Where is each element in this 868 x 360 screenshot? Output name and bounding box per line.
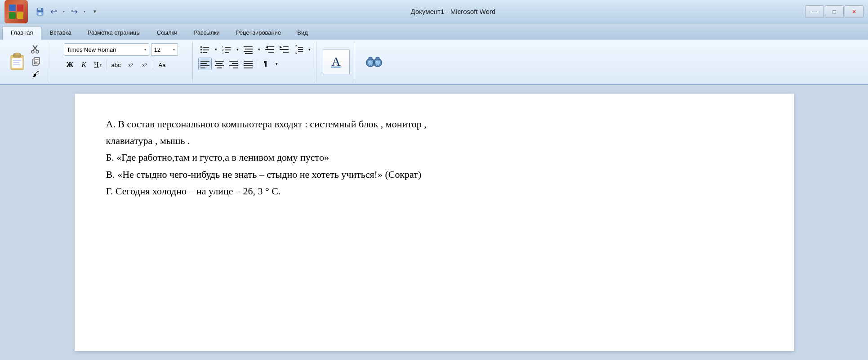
align-right-button[interactable] [227,58,240,70]
line-spacing-icon [294,45,303,54]
styles-gallery[interactable]: A [323,49,350,74]
subscript-button[interactable]: x2 [124,58,137,71]
format-painter-button[interactable]: 🖌 [29,68,43,80]
svg-marker-36 [265,46,268,49]
close-button[interactable]: ✕ [845,5,864,18]
svg-rect-19 [35,62,37,63]
doc-line-4: В. «Не стыдно чего-нибудь не знать – сты… [106,166,762,182]
italic-button[interactable]: К [78,58,90,71]
svg-rect-47 [298,47,303,48]
tab-references[interactable]: Ссылки [149,27,186,40]
svg-rect-32 [244,46,253,47]
redo-button[interactable]: ↪ [68,5,80,18]
svg-rect-49 [298,51,303,52]
bullet-list-button[interactable] [198,43,212,56]
svg-rect-8 [13,60,21,61]
svg-rect-34 [244,51,253,52]
svg-rect-33 [245,49,253,50]
svg-rect-6 [15,53,19,55]
svg-rect-50 [200,61,209,62]
tab-insert[interactable]: Вставка [41,27,79,40]
cut-button[interactable] [29,43,43,55]
paragraph-marks-button[interactable]: ¶ [259,58,272,70]
numbered-list-button[interactable]: 1. 2. 3. [220,43,233,56]
increase-indent-icon [279,45,289,54]
bold-button[interactable]: Ж [64,58,76,71]
font-name-dropdown[interactable]: Times New Roman ▾ [64,43,149,56]
svg-rect-74 [376,57,379,60]
office-logo [9,4,23,19]
document-page[interactable]: А. В состав персонального компьютера вхо… [75,94,794,351]
line-spacing-dropdown[interactable]: ▾ [306,43,312,56]
svg-point-70 [375,60,380,65]
svg-rect-65 [244,68,253,68]
numbered-list-icon: 1. 2. 3. [222,45,231,54]
svg-rect-20 [200,46,202,48]
svg-rect-27 [225,47,231,48]
tab-home[interactable]: Главная [2,26,41,40]
svg-rect-61 [233,68,238,68]
tab-mailings[interactable]: Рассылки [186,27,228,40]
svg-rect-59 [232,63,238,64]
multilevel-list-dropdown[interactable]: ▾ [256,43,262,56]
quick-access-toolbar: ↩ ▾ ↪ ▾ ▼ [34,5,101,18]
decrease-indent-button[interactable] [263,43,276,56]
tab-view[interactable]: Вид [289,27,316,40]
align-center-button[interactable] [213,58,226,70]
office-quad-yellow [17,12,24,19]
find-group-content [361,43,387,80]
undo-dropdown[interactable]: ▾ [61,5,67,18]
svg-rect-56 [215,65,224,66]
ribbon-tabs: Главная Вставка Разметка страницы Ссылки… [0,23,868,40]
find-group [356,41,392,82]
window-controls: — □ ✕ [805,5,864,18]
customize-qat-button[interactable]: ▼ [89,5,101,18]
line-spacing-button[interactable] [292,43,305,56]
align-justify-button[interactable] [241,58,255,70]
redo-dropdown[interactable]: ▾ [81,5,88,18]
font-name-arrow: ▾ [144,48,146,52]
maximize-button[interactable]: □ [825,5,844,18]
svg-rect-10 [13,64,20,65]
svg-rect-23 [203,50,209,50]
svg-text:3.: 3. [222,51,224,54]
tab-review[interactable]: Рецензирование [228,27,289,40]
para-spacing-dropdown[interactable]: ▾ [273,58,280,70]
paste-button[interactable] [7,49,27,74]
increase-indent-button[interactable] [277,43,291,56]
svg-rect-21 [203,47,209,48]
clear-format-button[interactable]: Aa [156,58,168,71]
office-button[interactable] [4,0,28,23]
svg-rect-51 [200,63,207,64]
numbered-list-dropdown[interactable]: ▾ [234,43,240,56]
svg-point-71 [376,61,378,63]
svg-rect-60 [229,65,238,66]
ribbon: 🖌 Times New Roman ▾ 12 ▾ Ж К [0,40,868,85]
copy-button[interactable] [29,56,43,68]
small-clipboard-icons: 🖌 [29,43,43,80]
document-area: А. В состав персонального компьютера вхо… [0,85,868,360]
office-quad-red [17,4,24,11]
svg-rect-42 [283,46,289,47]
svg-rect-52 [200,65,209,66]
minimize-button[interactable]: — [805,5,824,18]
svg-rect-17 [35,59,39,60]
font-size-dropdown[interactable]: 12 ▾ [151,43,178,56]
align-left-button[interactable] [198,58,212,70]
multilevel-list-button[interactable] [241,43,255,56]
styles-group-content: A [323,43,350,80]
superscript-button[interactable]: x2 [138,58,151,71]
save-button[interactable] [34,5,46,18]
copy-icon [31,57,41,66]
bullet-list-dropdown[interactable]: ▾ [213,43,219,56]
underline-button[interactable]: Ч ▾ [92,58,104,71]
strikethrough-button[interactable]: abc [109,58,123,71]
paragraph-group-content: ▾ 1. 2. 3. ▾ [198,43,312,80]
tab-pagelayout[interactable]: Разметка страницы [80,27,149,40]
svg-rect-62 [244,61,253,62]
svg-rect-35 [245,53,253,54]
svg-rect-1 [38,8,41,10]
find-button[interactable] [361,49,387,74]
undo-button[interactable]: ↩ [47,5,60,18]
svg-rect-24 [200,52,202,53]
